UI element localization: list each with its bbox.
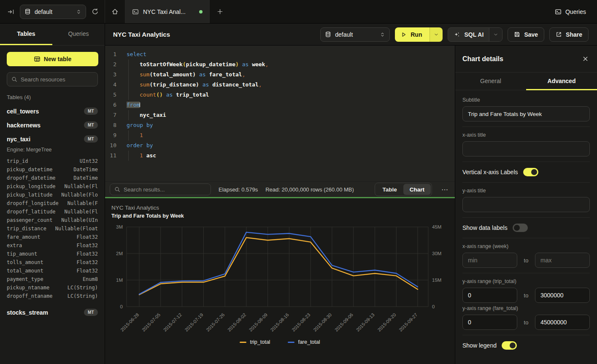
show-data-labels-toggle[interactable] xyxy=(513,224,528,232)
new-table-label: New table xyxy=(44,56,71,62)
column-row: fare_amountFloat32 xyxy=(0,233,105,241)
code-line: 7nyc_taxi xyxy=(105,110,455,120)
show-legend-toggle[interactable] xyxy=(502,341,517,350)
results-search[interactable] xyxy=(110,183,211,195)
search-icon xyxy=(11,76,17,82)
sparkles-icon xyxy=(454,31,460,38)
column-name: extra xyxy=(7,243,22,248)
code-token: , xyxy=(259,81,262,88)
queries-button[interactable]: Queries xyxy=(555,8,586,15)
xaxis-range-min-input[interactable] xyxy=(462,253,517,268)
show-legend-label: Show legend xyxy=(462,342,497,349)
legend-item-fare_total[interactable]: fare_total xyxy=(288,339,320,345)
run-button[interactable]: Run xyxy=(395,27,443,42)
yaxis-title-input[interactable] xyxy=(462,197,590,212)
panel-tab-advanced[interactable]: Advanced xyxy=(526,73,597,90)
view-toggle-table[interactable]: Table xyxy=(376,184,403,195)
sidebar-search-input[interactable] xyxy=(21,76,93,83)
line-number: 9 xyxy=(105,130,122,140)
code-token: () xyxy=(156,92,163,98)
line-number: 7 xyxy=(105,110,122,120)
code-token: sum xyxy=(140,81,149,88)
column-row: dropoff_ntanameLC(String) xyxy=(0,292,105,300)
panel-header: Chart details xyxy=(455,46,597,73)
to-label: to xyxy=(524,292,529,299)
save-button[interactable]: Save xyxy=(508,27,544,42)
vertical-xaxis-labels-toggle[interactable] xyxy=(523,168,538,176)
column-type: Float32 xyxy=(76,234,98,240)
x-axis-label: 2015-09-06 xyxy=(334,312,354,332)
chevron-updown-icon xyxy=(380,32,385,38)
column-type: Float32 xyxy=(76,243,98,248)
x-axis-label: 2015-07-12 xyxy=(162,312,183,332)
column-type: Nullable(Fl xyxy=(65,209,98,215)
xaxis-range-max-input[interactable] xyxy=(535,253,590,268)
column-row: pickup_longitudeNullable(Fl xyxy=(0,182,105,191)
center-wrap: 1select2toStartOfWeek(pickup_datetime) a… xyxy=(105,46,597,364)
code-token: order by xyxy=(127,142,153,148)
code-token: count xyxy=(140,92,156,98)
code-line: 5count() as trip_total xyxy=(105,90,455,100)
legend-label: trip_total xyxy=(250,339,270,345)
sql-editor[interactable]: 1select2toStartOfWeek(pickup_datetime) a… xyxy=(105,46,455,181)
chart-subtitle: Trip and Fare Totals by Week xyxy=(111,213,184,219)
table-row[interactable]: stocks_streamMT xyxy=(0,305,105,319)
column-type: LC(String) xyxy=(68,285,98,291)
sql-ai-caret[interactable] xyxy=(489,28,502,41)
line-number: 4 xyxy=(105,80,122,90)
code-token: select xyxy=(127,51,146,57)
new-tab-button[interactable] xyxy=(210,0,230,23)
run-options-caret[interactable] xyxy=(430,27,443,42)
new-table-button[interactable]: New table xyxy=(7,52,98,66)
legend-item-trip_total[interactable]: trip_total xyxy=(240,339,270,345)
share-button[interactable]: Share xyxy=(549,27,589,42)
database-selector[interactable]: default xyxy=(20,5,86,19)
column-type: Nullable(Float xyxy=(55,226,98,232)
home-button[interactable] xyxy=(105,0,125,23)
column-name: dropoff_datetime xyxy=(7,175,56,181)
column-row: trip_idUInt32 xyxy=(0,157,105,165)
right-axis-tick: 30M xyxy=(432,251,441,256)
sidebar-search[interactable] xyxy=(7,72,98,86)
x-axis-label: 2015-08-30 xyxy=(312,312,332,332)
chevron-updown-icon xyxy=(76,9,81,15)
chart-title: NYC Taxi Analytics xyxy=(111,205,159,211)
refresh-icon[interactable] xyxy=(92,8,99,15)
yaxis-range-trip-max-input[interactable] xyxy=(535,288,590,303)
yaxis-range-trip-min-input[interactable] xyxy=(462,288,517,303)
column-row: dropoff_longitudeNullable(F xyxy=(0,199,105,208)
panel-tab-general[interactable]: General xyxy=(455,73,526,90)
x-axis-label: 2015-08-16 xyxy=(270,312,290,332)
elapsed-time: Elapsed: 0.579s xyxy=(219,186,258,193)
right-axis-tick: 0 xyxy=(432,304,435,309)
yaxis-range-trip-row: to xyxy=(462,288,590,303)
sidebar-tab-tables[interactable]: Tables xyxy=(0,24,52,45)
results-search-input[interactable] xyxy=(124,186,206,193)
x-axis-label: 2015-09-20 xyxy=(376,312,397,332)
table-row[interactable]: hackernewsMT xyxy=(0,118,105,132)
save-button-label: Save xyxy=(524,31,538,38)
code-line: 1select xyxy=(105,49,455,59)
xaxis-title-input[interactable] xyxy=(462,141,590,156)
tab-nyc-taxi-analytics[interactable]: NYC Taxi Anal... xyxy=(125,0,210,23)
column-type: Nullable(Fl xyxy=(65,183,98,189)
table-row[interactable]: cell_towersMT xyxy=(0,104,105,118)
subtitle-input[interactable] xyxy=(462,106,590,121)
collapse-sidebar-icon[interactable] xyxy=(8,8,14,15)
left-axis-tick: 0 xyxy=(120,304,123,309)
sidebar-tab-queries[interactable]: Queries xyxy=(52,24,105,45)
sidebar: Tables Queries New table Tables (4) cell… xyxy=(0,24,105,364)
more-options-icon[interactable]: ⋯ xyxy=(440,186,450,194)
run-database-selector[interactable]: default xyxy=(320,27,390,42)
code-content: count() as trip_total xyxy=(122,90,209,100)
yaxis-range-fare-min-input[interactable] xyxy=(462,315,517,330)
close-icon[interactable] xyxy=(582,56,589,62)
code-content: sum(total_amount) as fare_total, xyxy=(122,70,245,80)
code-token xyxy=(163,92,166,98)
column-row: passenger_countNullable(UIn xyxy=(0,216,105,224)
table-row[interactable]: nyc_taxiMT xyxy=(0,132,105,146)
sql-ai-button[interactable]: SQL AI xyxy=(448,27,502,42)
column-name: pickup_longitude xyxy=(7,183,56,189)
yaxis-range-fare-max-input[interactable] xyxy=(535,315,590,330)
view-toggle-chart[interactable]: Chart xyxy=(403,184,431,195)
